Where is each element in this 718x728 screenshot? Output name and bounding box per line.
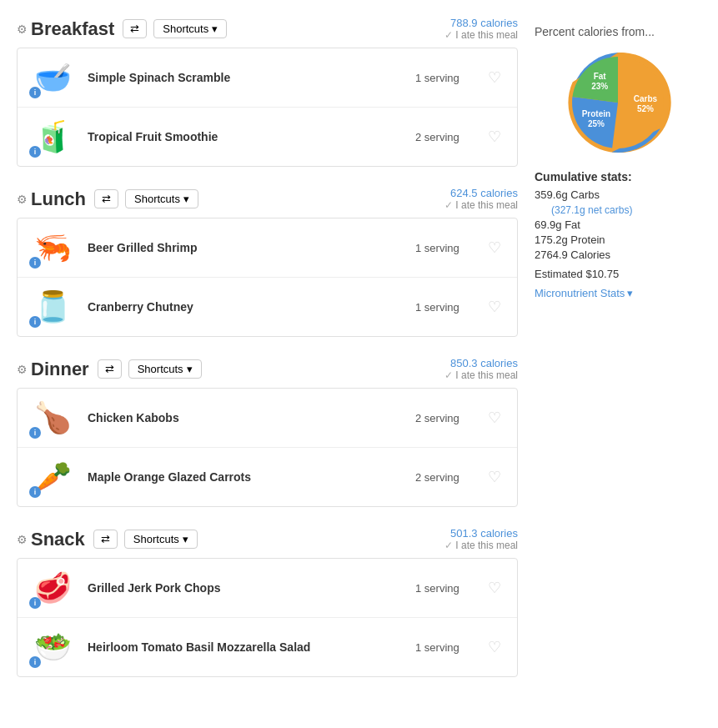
- pie-label-fat: Fat23%: [591, 72, 608, 92]
- gear-icon-dinner[interactable]: ⚙: [17, 363, 28, 376]
- ate-label: I ate this meal: [455, 199, 518, 211]
- food-name[interactable]: Cranberry Chutney: [78, 300, 415, 314]
- calories-info-dinner: 850.3 calories ✓ I ate this meal: [444, 357, 518, 381]
- stats-column: Percent calories from...: [535, 17, 701, 697]
- heart-icon[interactable]: ♡: [482, 468, 507, 486]
- food-table-dinner: 🍗 i Chicken Kabobs 2 serving ♡ 🥕 i Maple…: [17, 388, 518, 507]
- carbs-stat: 359.6g Carbs: [535, 188, 701, 201]
- sort-icon: ⇄: [105, 363, 114, 375]
- food-row: 🥗 i Heirloom Tomato Basil Mozzarella Sal…: [18, 618, 517, 676]
- sort-button-breakfast[interactable]: ⇄: [123, 19, 147, 38]
- ate-meal-snack[interactable]: ✓ I ate this meal: [444, 540, 518, 551]
- meal-header-breakfast: ⚙ Breakfast ⇄ Shortcuts ▾ 788.9 calories…: [17, 17, 518, 41]
- ate-label: I ate this meal: [455, 29, 518, 41]
- food-table-breakfast: 🥣 i Simple Spinach Scramble 1 serving ♡ …: [17, 48, 518, 167]
- heart-icon[interactable]: ♡: [482, 128, 507, 146]
- ate-meal-breakfast[interactable]: ✓ I ate this meal: [444, 29, 518, 41]
- shortcuts-button-breakfast[interactable]: Shortcuts ▾: [153, 19, 227, 38]
- shortcuts-button-dinner[interactable]: Shortcuts ▾: [128, 359, 202, 379]
- meal-header-snack: ⚙ Snack ⇄ Shortcuts ▾ 501.3 calories ✓ I…: [17, 527, 518, 551]
- food-name[interactable]: Beer Grilled Shrimp: [78, 241, 415, 254]
- heart-icon[interactable]: ♡: [482, 238, 507, 257]
- info-icon[interactable]: i: [29, 597, 41, 609]
- food-serving: 2 serving: [415, 131, 482, 143]
- food-icon-wrap: 🍗 i: [28, 397, 78, 439]
- sort-button-dinner[interactable]: ⇄: [98, 359, 122, 379]
- food-serving: 1 serving: [415, 242, 482, 254]
- ate-meal-dinner[interactable]: ✓ I ate this meal: [444, 369, 518, 381]
- gear-icon-snack[interactable]: ⚙: [17, 533, 28, 546]
- food-name[interactable]: Simple Spinach Scramble: [78, 71, 415, 84]
- net-carbs-stat: (327.1g net carbs): [551, 204, 632, 216]
- meal-title-lunch: Lunch: [31, 188, 86, 210]
- calories-amount-dinner: 850.3 calories: [444, 357, 518, 369]
- food-name[interactable]: Maple Orange Glazed Carrots: [78, 470, 415, 484]
- food-name[interactable]: Grilled Jerk Pork Chops: [78, 581, 415, 595]
- estimated-stat: Estimated $10.75: [535, 268, 701, 280]
- shortcuts-button-snack[interactable]: Shortcuts ▾: [124, 530, 198, 549]
- cumulative-stats-title: Cumulative stats:: [535, 170, 701, 183]
- food-row: 🫙 i Cranberry Chutney 1 serving ♡: [18, 278, 517, 336]
- meals-column: ⚙ Breakfast ⇄ Shortcuts ▾ 788.9 calories…: [17, 17, 518, 697]
- food-row: 🍗 i Chicken Kabobs 2 serving ♡: [18, 389, 517, 448]
- food-icon-wrap: 🥗 i: [28, 626, 78, 668]
- heart-icon[interactable]: ♡: [482, 298, 507, 316]
- food-serving: 1 serving: [415, 301, 482, 314]
- calories-amount-breakfast: 788.9 calories: [444, 17, 518, 29]
- info-icon[interactable]: i: [29, 146, 41, 158]
- meal-section-snack: ⚙ Snack ⇄ Shortcuts ▾ 501.3 calories ✓ I…: [17, 527, 518, 677]
- food-name[interactable]: Chicken Kabobs: [78, 411, 415, 424]
- calories-amount-snack: 501.3 calories: [444, 527, 518, 540]
- food-icon-wrap: 🫙 i: [28, 286, 78, 328]
- info-icon[interactable]: i: [29, 87, 41, 98]
- protein-stat: 175.2g Protein: [535, 233, 701, 246]
- heart-icon[interactable]: ♡: [482, 638, 507, 656]
- gear-icon-lunch[interactable]: ⚙: [17, 193, 28, 206]
- dropdown-icon: ▾: [212, 23, 218, 35]
- meal-header-dinner: ⚙ Dinner ⇄ Shortcuts ▾ 850.3 calories ✓ …: [17, 357, 518, 381]
- gear-icon-breakfast[interactable]: ⚙: [17, 23, 28, 36]
- check-icon: ✓: [444, 199, 453, 211]
- calories-stat: 2764.9 Calories: [535, 249, 701, 261]
- food-icon-wrap: 🥣 i: [28, 57, 78, 98]
- heart-icon[interactable]: ♡: [482, 579, 507, 597]
- info-icon[interactable]: i: [29, 486, 41, 498]
- shortcuts-button-lunch[interactable]: Shortcuts ▾: [125, 189, 198, 208]
- meal-title-snack: Snack: [31, 529, 85, 550]
- sort-icon: ⇄: [101, 533, 110, 545]
- sort-button-lunch[interactable]: ⇄: [94, 189, 118, 208]
- food-row: 🧃 i Tropical Fruit Smoothie 2 serving ♡: [18, 108, 517, 166]
- food-name[interactable]: Tropical Fruit Smoothie: [78, 130, 415, 143]
- dropdown-icon: ▾: [187, 363, 193, 375]
- food-name[interactable]: Heirloom Tomato Basil Mozzarella Salad: [78, 640, 415, 654]
- shortcuts-label: Shortcuts: [134, 193, 180, 205]
- info-icon[interactable]: i: [29, 316, 41, 328]
- meal-title-breakfast: Breakfast: [31, 18, 114, 40]
- check-icon: ✓: [444, 369, 453, 381]
- shortcuts-label: Shortcuts: [133, 533, 179, 545]
- info-icon[interactable]: i: [29, 656, 41, 668]
- food-row: 🥩 i Grilled Jerk Pork Chops 1 serving ♡: [18, 559, 517, 618]
- sort-button-snack[interactable]: ⇄: [93, 530, 118, 549]
- shortcuts-label: Shortcuts: [138, 363, 183, 375]
- main-container: ⚙ Breakfast ⇄ Shortcuts ▾ 788.9 calories…: [0, 0, 718, 714]
- fat-stat: 69.9g Fat: [535, 218, 701, 231]
- heart-icon[interactable]: ♡: [482, 409, 507, 427]
- micronutrient-link[interactable]: Micronutrient Stats ▾: [535, 287, 701, 299]
- calories-info-snack: 501.3 calories ✓ I ate this meal: [444, 527, 518, 551]
- food-serving: 2 serving: [415, 412, 482, 424]
- meal-header-lunch: ⚙ Lunch ⇄ Shortcuts ▾ 624.5 calories ✓ I…: [17, 187, 518, 211]
- info-icon[interactable]: i: [29, 257, 41, 269]
- ate-label: I ate this meal: [455, 369, 518, 381]
- ate-meal-lunch[interactable]: ✓ I ate this meal: [444, 199, 518, 211]
- dropdown-icon: ▾: [183, 193, 189, 205]
- shortcuts-label: Shortcuts: [163, 23, 208, 35]
- meal-section-lunch: ⚙ Lunch ⇄ Shortcuts ▾ 624.5 calories ✓ I…: [17, 187, 518, 337]
- food-row: 🦐 i Beer Grilled Shrimp 1 serving ♡: [18, 218, 517, 278]
- meal-section-dinner: ⚙ Dinner ⇄ Shortcuts ▾ 850.3 calories ✓ …: [17, 357, 518, 507]
- food-row: 🥕 i Maple Orange Glazed Carrots 2 servin…: [18, 448, 517, 506]
- heart-icon[interactable]: ♡: [482, 68, 507, 87]
- pie-chart: Carbs52%Protein25%Fat23%: [564, 48, 672, 157]
- food-table-snack: 🥩 i Grilled Jerk Pork Chops 1 serving ♡ …: [17, 558, 518, 677]
- info-icon[interactable]: i: [29, 427, 41, 439]
